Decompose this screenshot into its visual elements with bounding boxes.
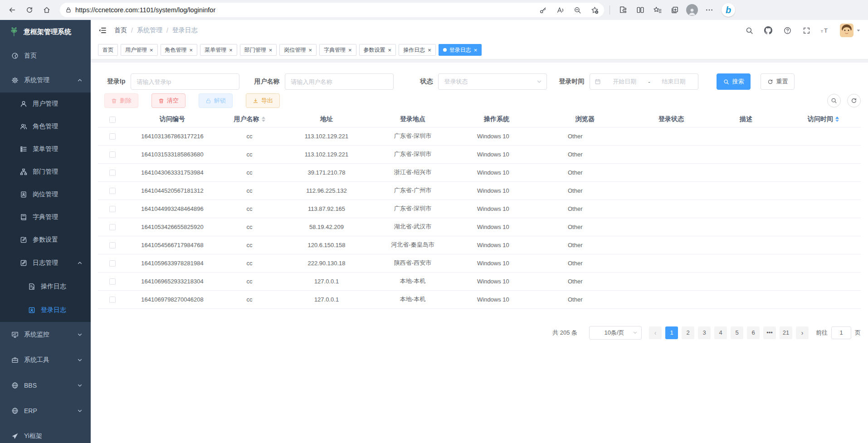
sidebar-item-post-management[interactable]: 岗位管理 [0, 183, 91, 206]
col-visit-time[interactable]: 访问时间 [780, 112, 861, 127]
sidebar-item-parameter-settings[interactable]: 参数设置 [0, 229, 91, 251]
url-text[interactable]: https://ccnetcore.com:1101/system/log/lo… [75, 6, 532, 14]
table-row[interactable]: 1641031533185863680 cc 113.102.129.221 广… [98, 145, 861, 163]
favorite-add-icon[interactable] [588, 3, 601, 17]
read-aloud-icon[interactable] [553, 3, 567, 17]
split-screen-icon[interactable] [633, 2, 648, 18]
goto-page-input[interactable] [831, 326, 851, 339]
sidebar-item-erp[interactable]: ERP [0, 398, 91, 424]
sidebar-item-yi-framework[interactable]: Yi框架 [0, 424, 91, 443]
breadcrumb-system[interactable]: 系统管理 [137, 26, 162, 34]
table-row[interactable]: 1641043063331753984 cc 39.171.210.78 浙江省… [98, 163, 861, 181]
tab[interactable]: 岗位管理 × [279, 44, 317, 56]
row-checkbox[interactable] [109, 278, 116, 285]
next-page-button[interactable]: › [796, 326, 809, 339]
tab[interactable]: 参数设置 × [359, 44, 396, 56]
row-checkbox[interactable] [109, 170, 116, 176]
row-checkbox[interactable] [109, 224, 116, 230]
table-row[interactable]: 1641044993248464896 cc 113.87.92.165 广东省… [98, 200, 861, 218]
address-bar[interactable]: https://ccnetcore.com:1101/system/log/lo… [60, 3, 604, 17]
col-address[interactable]: 地址 [281, 112, 372, 127]
col-description[interactable]: 描述 [712, 112, 780, 127]
end-date-placeholder[interactable]: 结束日期 [654, 78, 694, 86]
export-button[interactable]: 导出 [246, 93, 280, 108]
profile-icon[interactable] [684, 2, 700, 18]
page-button[interactable]: 1 [665, 326, 678, 339]
sidebar-item-department-management[interactable]: 部门管理 [0, 161, 91, 183]
col-location[interactable]: 登录地点 [372, 112, 454, 127]
tab[interactable]: 部门管理 × [240, 44, 277, 56]
close-icon[interactable]: × [474, 47, 478, 53]
sidebar-item-role-management[interactable]: 角色管理 [0, 115, 91, 138]
sidebar-item-login-log[interactable]: 登录日志 [0, 298, 91, 322]
search-icon[interactable] [745, 26, 754, 35]
sidebar-item-system-tools[interactable]: 系统工具 [0, 347, 91, 373]
table-row[interactable]: 1641054566717984768 cc 120.6.150.158 河北省… [98, 236, 861, 254]
start-date-placeholder[interactable]: 开始日期 [605, 78, 644, 86]
page-size-select[interactable]: 10条/页 [589, 326, 642, 340]
page-button[interactable]: 2 [682, 326, 694, 339]
page-button[interactable]: ••• [763, 326, 776, 339]
sort-icon[interactable] [262, 117, 265, 122]
font-size-icon[interactable]: TT [821, 26, 830, 35]
close-icon[interactable]: × [150, 47, 153, 53]
back-icon[interactable] [5, 2, 20, 18]
table-row[interactable]: 1641069798270046208 cc 127.0.0.1 本地-本机 W… [98, 290, 861, 308]
username-input[interactable] [285, 73, 394, 90]
key-icon[interactable] [536, 3, 550, 17]
close-icon[interactable]: × [308, 47, 312, 53]
sidebar-item-system-management[interactable]: 系统管理 [0, 68, 91, 92]
page-button[interactable]: 6 [747, 326, 760, 339]
refresh-icon[interactable] [22, 2, 37, 18]
table-row[interactable]: 1641059633978281984 cc 222.90.130.18 陕西省… [98, 254, 861, 272]
unlock-button[interactable]: 解锁 [199, 93, 233, 108]
show-search-icon[interactable] [827, 94, 841, 107]
bing-icon[interactable]: b [722, 3, 735, 17]
close-icon[interactable]: × [388, 47, 392, 53]
search-button[interactable]: 搜索 [717, 73, 751, 90]
table-row[interactable]: 1641053426655825920 cc 58.19.42.209 湖北省-… [98, 218, 861, 236]
favorites-icon[interactable] [650, 2, 665, 18]
close-icon[interactable]: × [348, 47, 352, 53]
close-icon[interactable]: × [269, 47, 273, 53]
sidebar-item-menu-management[interactable]: 菜单管理 [0, 138, 91, 161]
row-checkbox[interactable] [109, 206, 116, 212]
collections-icon[interactable] [667, 2, 683, 18]
avatar[interactable] [840, 24, 853, 37]
page-button[interactable]: 5 [731, 326, 743, 339]
tab[interactable]: 操作日志 × [399, 44, 436, 56]
table-row[interactable]: 1641031367863177216 cc 113.102.129.221 广… [98, 127, 861, 145]
prev-page-button[interactable]: ‹ [649, 326, 662, 339]
row-checkbox[interactable] [109, 188, 116, 194]
extensions-icon[interactable] [615, 2, 631, 18]
sidebar-item-user-management[interactable]: 用户管理 [0, 92, 91, 115]
col-browser[interactable]: 浏览器 [540, 112, 630, 127]
sidebar-item-system-monitor[interactable]: 系统监控 [0, 322, 91, 347]
zoom-out-icon[interactable] [571, 3, 584, 17]
row-checkbox[interactable] [109, 151, 116, 158]
row-checkbox[interactable] [109, 297, 116, 303]
tab[interactable]: 角色管理 × [161, 44, 198, 56]
github-icon[interactable] [764, 26, 773, 35]
tab[interactable]: 用户管理 × [121, 44, 158, 56]
tab[interactable]: 字典管理 × [319, 44, 356, 56]
page-button[interactable]: 4 [714, 326, 727, 339]
sidebar-item-dict-management[interactable]: 字典管理 [0, 206, 91, 229]
sort-icon-active[interactable] [835, 117, 839, 122]
table-row[interactable]: 1641069652933218304 cc 127.0.0.1 本地-本机 W… [98, 272, 861, 290]
close-icon[interactable]: × [229, 47, 233, 53]
sidebar-item-operation-log[interactable]: 操作日志 [0, 275, 91, 298]
status-select[interactable]: 登录状态 [438, 73, 547, 90]
sidebar-item-home[interactable]: 首页 [0, 44, 91, 68]
sidebar-item-log-management[interactable]: 日志管理 [0, 251, 91, 275]
row-checkbox[interactable] [109, 242, 116, 248]
date-range-picker[interactable]: 开始日期 - 结束日期 [590, 73, 698, 90]
select-all-checkbox[interactable] [109, 117, 116, 123]
refresh-table-icon[interactable] [847, 94, 861, 107]
sidebar-item-bbs[interactable]: BBS [0, 373, 91, 398]
home-icon[interactable] [39, 2, 54, 18]
tab[interactable]: 登录日志 × [439, 44, 482, 56]
page-button[interactable]: 21 [780, 326, 792, 339]
table-row[interactable]: 1641044520567181312 cc 112.96.225.132 广东… [98, 181, 861, 200]
col-username[interactable]: 用户名称 [218, 112, 281, 127]
